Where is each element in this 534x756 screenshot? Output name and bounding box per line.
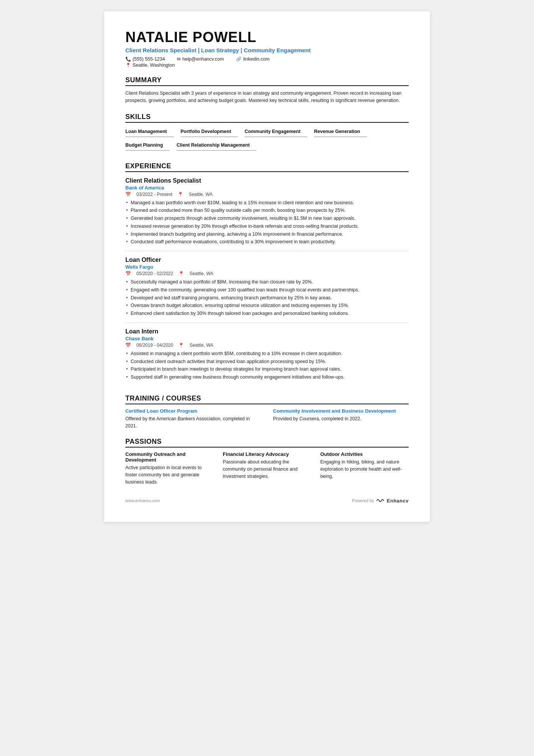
passion-title-2: Financial Literacy Advocacy xyxy=(223,451,311,457)
summary-text: Client Relations Specialist with 3 years… xyxy=(125,90,409,105)
training-grid: Certified Loan Officer Program Offered b… xyxy=(125,408,409,430)
footer-brand: Powered by Enhancv xyxy=(352,498,409,504)
location-row: 📍 Seattle, Washington xyxy=(125,63,409,68)
bullet-item: Implemented branch budgeting and plannin… xyxy=(125,231,409,238)
training-item-2: Community Involvement and Business Devel… xyxy=(273,408,409,430)
location-icon-1: 📍 xyxy=(178,192,183,197)
job-title-3: Loan Intern xyxy=(125,328,409,335)
passions-grid: Community Outreach and Development Activ… xyxy=(125,451,409,485)
passion-item-2: Financial Literacy Advocacy Passionate a… xyxy=(223,451,311,485)
bullet-item: Conducted staff performance evaluations,… xyxy=(125,238,409,246)
location-icon-2: 📍 xyxy=(178,271,184,276)
bullet-item: Planned and conducted more than 50 quali… xyxy=(125,207,409,214)
training-course-title-2: Community Involvement and Business Devel… xyxy=(273,408,409,414)
job-title-2: Loan Officer xyxy=(125,257,409,263)
company-3: Chase Bank xyxy=(125,336,409,341)
job-meta-1: 📅 03/2022 - Present 📍 Seattle, WA xyxy=(125,192,409,197)
training-section: TRAINING / COURSES Certified Loan Office… xyxy=(125,394,409,430)
enhancv-logo-icon xyxy=(376,498,384,503)
brand-name: Enhancv xyxy=(387,498,409,504)
bullet-item: Supported staff in generating new busine… xyxy=(125,374,409,381)
skill-item: Loan Management xyxy=(125,127,174,137)
location-icon: 📍 xyxy=(125,63,131,68)
job-block-2: Loan Officer Wells Fargo 📅 05/2020 - 02/… xyxy=(125,257,409,323)
bullet-item: Participated in branch team meetings to … xyxy=(125,366,409,373)
candidate-name: NATALIE POWELL xyxy=(125,30,409,45)
email-icon: ✉ xyxy=(177,56,181,62)
training-course-title-1: Certified Loan Officer Program xyxy=(125,408,261,414)
passion-desc-3: Engaging in hiking, biking, and nature e… xyxy=(320,459,409,480)
experience-title: EXPERIENCE xyxy=(125,162,409,172)
footer: www.enhancv.com Powered by Enhancv xyxy=(125,498,409,504)
experience-section: EXPERIENCE Client Relations Specialist B… xyxy=(125,162,409,386)
calendar-icon-1: 📅 xyxy=(125,192,131,197)
bullet-item: Engaged with the community, generating o… xyxy=(125,286,409,294)
phone-icon: 📞 xyxy=(125,56,131,62)
passion-item-3: Outdoor Activities Engaging in hiking, b… xyxy=(320,451,409,485)
skills-title: SKILLS xyxy=(125,113,409,123)
phone-number: (555) 555-1234 xyxy=(133,56,165,62)
bullet-item: Assisted in managing a client portfolio … xyxy=(125,350,409,357)
job-meta-3: 📅 06/2019 - 04/2020 📍 Seattle, WA xyxy=(125,343,409,348)
bullet-item: Managed a loan portfolio worth over $10M… xyxy=(125,199,409,207)
job-bullets-3: Assisted in managing a client portfolio … xyxy=(125,350,409,381)
passions-title: PASSIONS xyxy=(125,438,409,448)
bullet-item: Generated loan prospects through active … xyxy=(125,215,409,222)
passion-desc-1: Active participation in local events to … xyxy=(125,464,214,485)
passions-section: PASSIONS Community Outreach and Developm… xyxy=(125,438,409,485)
job-date-3: 06/2019 - 04/2020 xyxy=(136,343,173,348)
email-item: ✉ help@enhancv.com xyxy=(177,56,224,62)
skill-item: Revenue Generation xyxy=(314,127,367,137)
bullet-item: Oversaw branch budget allocation, ensuri… xyxy=(125,302,409,309)
bullet-item: Developed and led staff training program… xyxy=(125,294,409,302)
skill-item: Client Relationship Management xyxy=(176,140,256,151)
location-icon-3: 📍 xyxy=(178,343,184,348)
skills-section: SKILLS Loan Management Portfolio Develop… xyxy=(125,113,409,154)
passion-title-3: Outdoor Activities xyxy=(320,451,409,457)
training-course-desc-1: Offered by the American Bankers Associat… xyxy=(125,415,261,430)
passion-item-1: Community Outreach and Development Activ… xyxy=(125,451,214,485)
bullet-item: Conducted client outreach activities tha… xyxy=(125,358,409,365)
linkedin-icon: 🔗 xyxy=(236,56,242,62)
summary-title: SUMMARY xyxy=(125,76,409,86)
job-block-3: Loan Intern Chase Bank 📅 06/2019 - 04/20… xyxy=(125,328,409,386)
linkedin-url: linkedin.com xyxy=(243,56,269,62)
training-title: TRAINING / COURSES xyxy=(125,394,409,404)
job-bullets-2: Successfully managed a loan portfolio of… xyxy=(125,279,409,317)
contact-row: 📞 (555) 555-1234 ✉ help@enhancv.com 🔗 li… xyxy=(125,56,409,62)
training-course-desc-2: Provided by Coursera, completed in 2022. xyxy=(273,415,409,423)
training-item-1: Certified Loan Officer Program Offered b… xyxy=(125,408,261,430)
job-location-1: Seattle, WA xyxy=(189,192,212,197)
resume-document: NATALIE POWELL Client Relations Speciali… xyxy=(104,11,430,522)
company-1: Bank of America xyxy=(125,185,409,191)
skill-item: Portfolio Development xyxy=(181,127,238,137)
job-bullets-1: Managed a loan portfolio worth over $10M… xyxy=(125,199,409,246)
candidate-title: Client Relations Specialist | Loan Strat… xyxy=(125,47,409,53)
job-block-1: Client Relations Specialist Bank of Amer… xyxy=(125,177,409,252)
footer-website: www.enhancv.com xyxy=(125,498,160,503)
location-text: Seattle, Washington xyxy=(133,63,175,68)
skill-item: Budget Planning xyxy=(125,140,170,151)
bullet-item: Increased revenue generation by 20% thro… xyxy=(125,223,409,230)
passion-title-1: Community Outreach and Development xyxy=(125,451,214,463)
powered-by-text: Powered by xyxy=(352,498,374,503)
company-2: Wells Fargo xyxy=(125,264,409,270)
calendar-icon-2: 📅 xyxy=(125,271,131,276)
header: NATALIE POWELL Client Relations Speciali… xyxy=(125,30,409,68)
job-title-1: Client Relations Specialist xyxy=(125,177,409,184)
bullet-item: Enhanced client satisfaction by 30% thro… xyxy=(125,310,409,317)
skill-item: Community Engagement xyxy=(245,127,307,137)
calendar-icon-3: 📅 xyxy=(125,343,131,348)
skills-grid: Loan Management Portfolio Development Co… xyxy=(125,127,409,154)
email-address: help@enhancv.com xyxy=(182,56,224,62)
passion-desc-2: Passionate about educating the community… xyxy=(223,459,311,480)
bullet-item: Successfully managed a loan portfolio of… xyxy=(125,279,409,286)
job-date-1: 03/2022 - Present xyxy=(136,192,172,197)
job-location-3: Seattle, WA xyxy=(189,343,213,348)
phone-item: 📞 (555) 555-1234 xyxy=(125,56,165,62)
summary-section: SUMMARY Client Relations Specialist with… xyxy=(125,76,409,105)
job-location-2: Seattle, WA xyxy=(189,271,213,276)
job-meta-2: 📅 05/2020 - 02/2022 📍 Seattle, WA xyxy=(125,271,409,276)
job-date-2: 05/2020 - 02/2022 xyxy=(136,271,173,276)
linkedin-item: 🔗 linkedin.com xyxy=(236,56,269,62)
